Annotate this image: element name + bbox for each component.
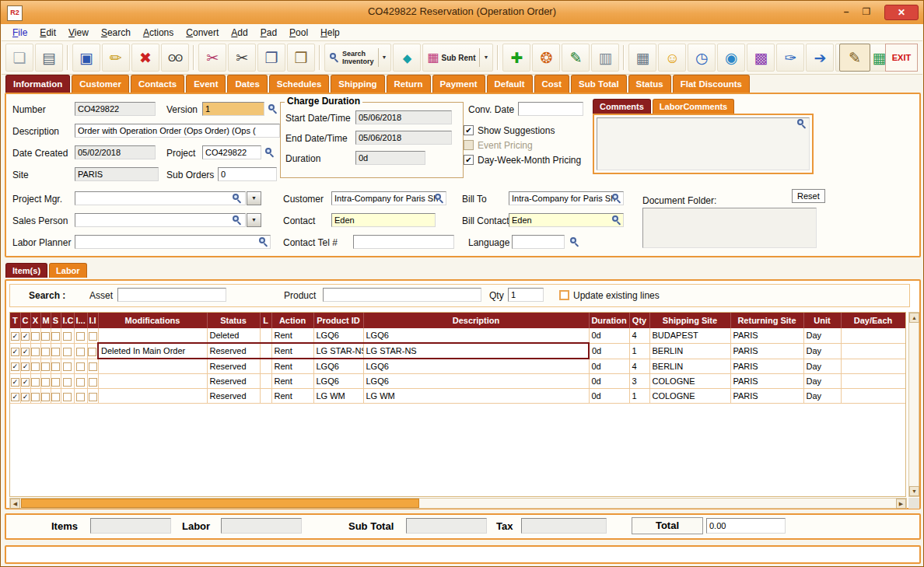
cell-check-ii[interactable] <box>87 389 98 404</box>
product-input[interactable] <box>323 288 481 302</box>
cell-check-ic[interactable] <box>61 328 74 343</box>
cell-modifications[interactable]: Deleted In Main Order <box>98 343 207 359</box>
cell-day-each[interactable] <box>841 359 905 374</box>
comments-lookup-icon[interactable] <box>796 118 807 129</box>
tab-default[interactable]: Default <box>487 75 533 93</box>
description-field[interactable] <box>75 124 280 138</box>
cell-l[interactable] <box>260 359 271 374</box>
sales-person-dropdown-button[interactable]: ▼ <box>247 213 261 227</box>
cell-description[interactable]: LG STAR-NS <box>363 343 589 359</box>
qty-input[interactable] <box>508 288 544 302</box>
cell-check-i1[interactable] <box>74 389 87 404</box>
cell-modifications[interactable] <box>98 389 207 404</box>
project-mgr-field[interactable] <box>75 191 246 205</box>
col-product-id[interactable]: Product ID <box>313 313 363 328</box>
language-lookup-icon[interactable] <box>569 236 580 247</box>
col-i1[interactable]: I... <box>74 313 87 328</box>
optimize-button[interactable]: ❂ <box>532 44 560 72</box>
cell-check-x[interactable] <box>30 343 40 359</box>
cell-l[interactable] <box>260 389 271 404</box>
cell-check-m[interactable] <box>40 374 51 389</box>
cell-check-ii[interactable] <box>87 328 98 343</box>
col-description[interactable]: Description <box>363 313 589 328</box>
cell-check-s[interactable] <box>51 343 61 359</box>
cell-shipping-site[interactable]: COLOGNE <box>649 389 730 404</box>
contact-tel-field[interactable] <box>353 235 454 249</box>
cell-check-s[interactable] <box>51 328 61 343</box>
scroll-right-icon[interactable]: ▶ <box>896 499 906 509</box>
cell-check-c[interactable]: ✓ <box>20 389 30 404</box>
cell-qty[interactable]: 4 <box>629 328 649 343</box>
tab-payment[interactable]: Payment <box>432 75 485 93</box>
col-modifications[interactable]: Modifications <box>98 313 207 328</box>
cell-duration[interactable]: 0d <box>589 359 629 374</box>
close-button[interactable]: ✕ <box>884 5 919 20</box>
sales-person-lookup-icon[interactable] <box>232 215 243 226</box>
tab-items[interactable]: Item(s) <box>5 263 47 278</box>
col-qty[interactable]: Qty <box>629 313 649 328</box>
cell-duration[interactable]: 0d <box>589 328 629 343</box>
cell-check-i1[interactable] <box>74 359 87 374</box>
col-m[interactable]: M <box>40 313 51 328</box>
tab-cost[interactable]: Cost <box>534 75 570 93</box>
customer-lookup-icon[interactable] <box>434 193 445 204</box>
cell-status[interactable]: Reserved <box>207 343 260 359</box>
menu-actions[interactable]: Actions <box>137 26 180 40</box>
bill-contact-lookup-icon[interactable] <box>611 215 622 226</box>
cell-product-id[interactable]: LGQ6 <box>313 328 363 343</box>
tab-status[interactable]: Status <box>628 75 671 93</box>
menu-help[interactable]: Help <box>314 26 346 40</box>
cell-status[interactable]: Deleted <box>207 328 260 343</box>
copy-button[interactable]: ❐ <box>257 44 285 72</box>
asset-input[interactable] <box>117 288 226 302</box>
cell-day-each[interactable] <box>841 389 905 404</box>
cell-qty[interactable]: 1 <box>629 389 649 404</box>
col-unit[interactable]: Unit <box>803 313 841 328</box>
cell-check-i1[interactable] <box>74 374 87 389</box>
col-returning-site[interactable]: Returning Site <box>730 313 803 328</box>
cube-button[interactable]: ▩ <box>747 44 775 72</box>
cell-check-s[interactable] <box>51 359 61 374</box>
tab-comments[interactable]: Comments <box>593 99 651 114</box>
col-ic[interactable]: I.C <box>61 313 74 328</box>
cell-check-i1[interactable] <box>74 343 87 359</box>
tab-sub-total[interactable]: Sub Total <box>571 75 627 93</box>
scroll-left-icon[interactable]: ◀ <box>10 499 20 509</box>
cell-day-each[interactable] <box>841 374 905 389</box>
disc-button[interactable]: ◉ <box>717 44 745 72</box>
batch-button[interactable]: ▦ <box>628 44 656 72</box>
sign-button[interactable]: ✎ <box>839 44 870 72</box>
customer-field[interactable] <box>331 191 446 205</box>
tab-return[interactable]: Return <box>387 75 431 93</box>
cell-status[interactable]: Reserved <box>207 359 260 374</box>
cell-check-c[interactable]: ✓ <box>20 359 30 374</box>
version-field[interactable] <box>202 102 264 116</box>
cell-check-ii[interactable] <box>87 359 98 374</box>
cell-check-c[interactable]: ✓ <box>20 374 30 389</box>
tab-customer[interactable]: Customer <box>72 75 129 93</box>
cell-action[interactable]: Rent <box>271 374 313 389</box>
cell-returning-site[interactable]: PARIS <box>730 359 803 374</box>
menu-pad[interactable]: Pad <box>254 26 283 40</box>
project-lookup-icon[interactable] <box>264 147 275 158</box>
tab-flat-discounts[interactable]: Flat Discounts <box>673 75 750 93</box>
project-mgr-dropdown-button[interactable]: ▼ <box>247 191 261 205</box>
cell-duration[interactable]: 0d <box>589 374 629 389</box>
tab-information[interactable]: Information <box>5 75 70 93</box>
tab-labor-comments[interactable]: LaborComments <box>653 99 734 114</box>
cell-check-ii[interactable] <box>87 343 98 359</box>
sub-rent-button[interactable]: ▦ Sub Rent ▼ <box>422 44 493 72</box>
cell-check-t[interactable]: ✓ <box>10 359 20 374</box>
col-x[interactable]: X <box>30 313 40 328</box>
cell-returning-site[interactable]: PARIS <box>730 343 803 359</box>
cell-action[interactable]: Rent <box>271 389 313 404</box>
cell-description[interactable]: LGQ6 <box>363 328 589 343</box>
version-lookup-icon[interactable] <box>268 103 278 114</box>
cell-check-x[interactable] <box>30 328 40 343</box>
cell-qty[interactable]: 3 <box>629 374 649 389</box>
maximize-button[interactable]: ❐ <box>858 5 875 20</box>
cell-check-s[interactable] <box>51 389 61 404</box>
table-horizontal-scrollbar[interactable]: ◀ ▶ <box>9 498 907 509</box>
cell-shipping-site[interactable]: BERLIN <box>649 343 730 359</box>
tab-event[interactable]: Event <box>186 75 226 93</box>
